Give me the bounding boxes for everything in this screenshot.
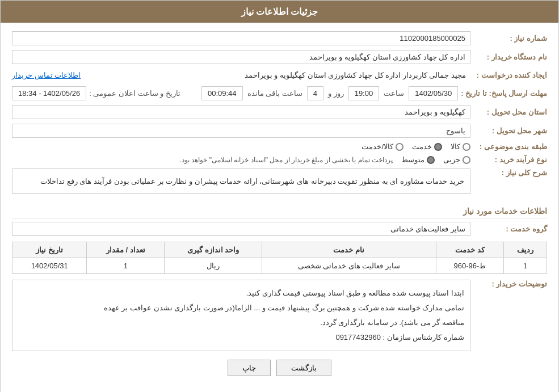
buyer-notes-line: ابتدا اسناد پیوست شده مطالعه و طبق اسناد… <box>18 286 464 301</box>
col-code: کد خدمت <box>436 242 503 258</box>
buyer-notes-line: مناقصه گر می باشد). در سامانه بارگذاری گ… <box>18 315 464 330</box>
col-date: تاریخ نیاز <box>12 242 87 258</box>
city-row: شهر محل تحویل : یاسوج <box>12 124 547 138</box>
process-row: نوع فرآیند خرید : جزیی متوسط پرداخت تمام… <box>12 155 547 164</box>
category-radio-kala <box>463 143 470 151</box>
page-header: جزئیات اطلاعات نیاز <box>1 1 558 23</box>
category-options: کالا خدمت کالا/خدمت <box>362 142 470 151</box>
cell-quantity: 1 <box>87 258 165 274</box>
service-group-value: سایر فعالیت‌های خدماتی <box>12 222 470 236</box>
process-radio-jozii <box>463 156 470 164</box>
days-label: روز و <box>328 89 344 98</box>
service-group-label: گروه خدمت : <box>473 225 547 233</box>
description-value: خرید خدمات مشاوره ای به منظور تقویت دبیر… <box>12 168 470 194</box>
buyer-name-row: نام دستگاه خریدار : اداره کل جهاد کشاورز… <box>12 50 547 64</box>
buyer-notes-content: ابتدا اسناد پیوست شده مطالعه و طبق اسناد… <box>12 280 470 351</box>
service-group-row: گروه خدمت : سایر فعالیت‌های خدماتی <box>12 222 547 236</box>
need-number-row: شماره نیاز : 1102000185000025 <box>12 31 547 45</box>
back-button[interactable]: بازگشت <box>276 360 331 376</box>
province-value: کهگیلویه و بویراحمد <box>12 105 470 119</box>
city-value: یاسوج <box>12 124 470 138</box>
deadline-label: مهلت ارسال پاسخ: تا تاریخ : <box>461 89 547 98</box>
description-label: شرح کلی نیاز : <box>473 168 547 177</box>
category-option-khedmat[interactable]: خدمت <box>412 142 442 151</box>
category-row: طبقه بندی موضوعی : کالا خدمت کالا/خدمت <box>12 142 547 151</box>
buyer-name-label: نام دستگاه خریدار : <box>473 53 547 61</box>
col-name: نام خدمت <box>262 242 436 258</box>
remaining-label: ساعت باقی مانده <box>247 89 302 98</box>
cell-row: 1 <box>503 258 547 274</box>
time-label: ساعت <box>384 89 404 98</box>
announce-label: تاریخ و ساعت اعلان عمومی : <box>89 89 180 98</box>
category-radio-kala-khedmat <box>396 143 404 151</box>
days-value: 4 <box>307 86 323 100</box>
creator-row: ایجاد کننده درخواست : مجید جمالی کاربردا… <box>12 69 547 82</box>
deadline-date: 1402/05/30 <box>409 86 458 100</box>
process-option-motavaset[interactable]: متوسط <box>401 155 435 164</box>
category-radio-khedmat <box>434 143 442 151</box>
province-label: استان محل تحویل : <box>473 108 547 116</box>
col-row: ردیف <box>503 242 547 258</box>
province-row: استان محل تحویل : کهگیلویه و بویراحمد <box>12 105 547 119</box>
category-option-kala-khedmat[interactable]: کالا/خدمت <box>362 142 404 151</box>
cell-unit: ریال <box>165 258 262 274</box>
cell-date: 1402/05/31 <box>12 258 87 274</box>
process-label: نوع فرآیند خرید : <box>473 155 547 164</box>
description-row: شرح کلی نیاز : خرید خدمات مشاوره ای به م… <box>12 168 547 200</box>
need-number-value: 1102000185000025 <box>12 31 470 45</box>
col-unit: واحد اندازه گیری <box>165 242 262 258</box>
contact-link[interactable]: اطلاعات تماس خریدار <box>12 71 81 79</box>
services-table-section: ردیف کد خدمت نام خدمت واحد اندازه گیری ت… <box>12 242 547 274</box>
table-row: 1 ط-96-960 سایر فعالیت های خدماتی شخصی ر… <box>12 258 547 274</box>
need-number-label: شماره نیاز : <box>473 34 547 43</box>
col-quantity: تعداد / مقدار <box>87 242 165 258</box>
category-option-kala[interactable]: کالا <box>451 142 470 151</box>
cell-name: سایر فعالیت های خدماتی شخصی <box>262 258 436 274</box>
cell-code: ط-96-960 <box>436 258 503 274</box>
buyer-notes-line: شماره کارشناس سازمان : 09177432960 <box>18 330 464 345</box>
buyer-notes-line: تمامی مدارک خواسته شده شرکت و همچنین برگ… <box>18 301 464 315</box>
announce-value: 1402/05/26 - 18:34 <box>12 86 86 100</box>
city-label: شهر محل تحویل : <box>473 127 547 135</box>
process-radio-motavaset <box>427 156 435 164</box>
buttons-row: بازگشت چاپ <box>12 360 547 387</box>
page-title: جزئیات اطلاعات نیاز <box>241 7 318 16</box>
print-button[interactable]: چاپ <box>228 360 271 376</box>
process-note: پرداخت تمام یا بخشی از مبلغ خریدار از مح… <box>180 156 393 164</box>
category-label: طبقه بندی موضوعی : <box>473 142 547 151</box>
services-info-title: اطلاعات خدمات مورد نیاز <box>12 206 547 218</box>
deadline-time: 19:00 <box>348 86 380 100</box>
services-table: ردیف کد خدمت نام خدمت واحد اندازه گیری ت… <box>12 242 547 274</box>
remaining-value: 00:09:44 <box>201 86 243 100</box>
buyer-notes-row: توضیحات خریدار : ابتدا اسناد پیوست شده م… <box>12 280 547 351</box>
buyer-notes-label: توضیحات خریدار : <box>473 280 547 288</box>
creator-value: مجید جمالی کاربردار اداره کل جهاد کشاورز… <box>83 69 470 82</box>
deadline-row: مهلت ارسال پاسخ: تا تاریخ : 1402/05/30 س… <box>12 86 547 100</box>
buyer-name-value: اداره کل جهاد کشاورزی استان کهگیلویه و ب… <box>12 50 470 64</box>
process-option-jozii[interactable]: جزیی <box>443 155 470 164</box>
creator-label: ایجاد کننده درخواست : <box>473 71 547 79</box>
